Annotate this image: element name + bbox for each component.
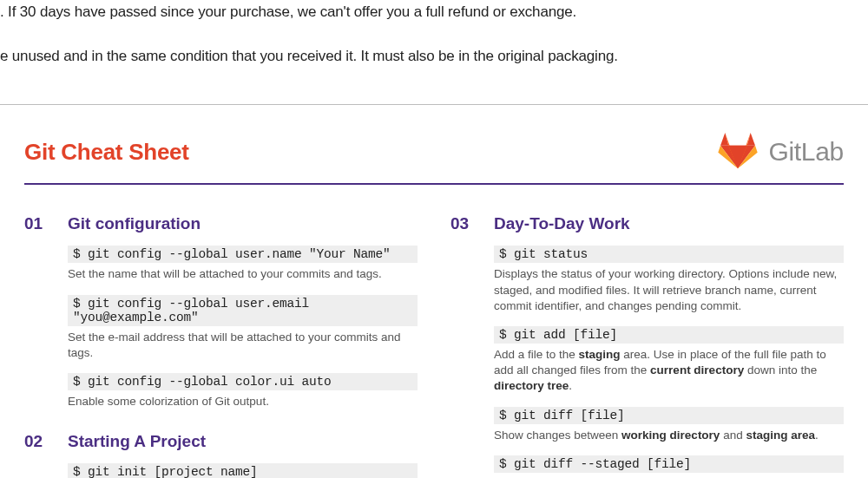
entry: $ git diff [file] Show changes between w… [494,407,844,443]
section-header: 01 Git configuration [24,214,418,233]
gitlab-logo-icon [716,129,760,174]
entry: $ git config --global user.email "you@ex… [68,295,418,361]
policy-line-1: . If 30 days have passed since your purc… [0,0,868,23]
command: $ git config --global color.ui auto [68,373,418,390]
section-title: Day-To-Day Work [494,214,630,233]
section-number: 03 [450,214,482,233]
section-title: Starting A Project [68,432,206,451]
command: $ git config --global user.email "you@ex… [68,295,418,326]
column-right: 03 Day-To-Day Work $ git status Displays… [450,214,844,478]
section-header: 03 Day-To-Day Work [450,214,844,233]
policy-line-2: e unused and in the same condition that … [0,44,868,68]
entry: $ git diff --staged [file] Shows any cha… [494,455,844,478]
section-git-configuration: 01 Git configuration $ git config --glob… [24,214,418,409]
entry: $ git init [project name] Create a new l… [68,463,418,478]
column-left: 01 Git configuration $ git config --glob… [24,214,418,478]
command: $ git config --global user.name "Your Na… [68,246,418,263]
section-number: 02 [24,432,56,451]
section-title: Git configuration [68,214,201,233]
section-header: 02 Starting A Project [24,432,418,451]
brand-name: GitLab [768,137,844,167]
description: Add a file to the staging area. Use in p… [494,347,844,395]
page-title: Git Cheat Sheet [24,139,189,166]
description: Set the name that will be attached to yo… [68,266,418,282]
section-number: 01 [24,214,56,233]
entry: $ git add [file] Add a file to the stagi… [494,326,844,395]
brand: GitLab [716,129,844,174]
cheat-sheet: Git Cheat Sheet GitLab 0 [0,105,868,478]
columns: 01 Git configuration $ git config --glob… [24,214,844,478]
sheet-header: Git Cheat Sheet GitLab [24,129,844,185]
command: $ git add [file] [494,326,844,344]
section-day-to-day-work: 03 Day-To-Day Work $ git status Displays… [450,214,844,478]
section-starting-a-project: 02 Starting A Project $ git init [projec… [24,432,418,478]
command: $ git diff --staged [file] [494,455,844,473]
command: $ git init [project name] [68,463,418,478]
entry: $ git status Displays the status of your… [494,246,844,314]
description: Set the e-mail address that will be atta… [68,330,418,361]
description: Enable some colorization of Git output. [68,394,418,409]
description: Show changes between working directory a… [494,428,844,443]
policy-text: . If 30 days have passed since your purc… [0,0,868,105]
command: $ git status [494,246,844,263]
command: $ git diff [file] [494,407,844,424]
description: Displays the status of your working dire… [494,266,844,314]
entry: $ git config --global user.name "Your Na… [68,246,418,282]
entry: $ git config --global color.ui auto Enab… [68,373,418,409]
